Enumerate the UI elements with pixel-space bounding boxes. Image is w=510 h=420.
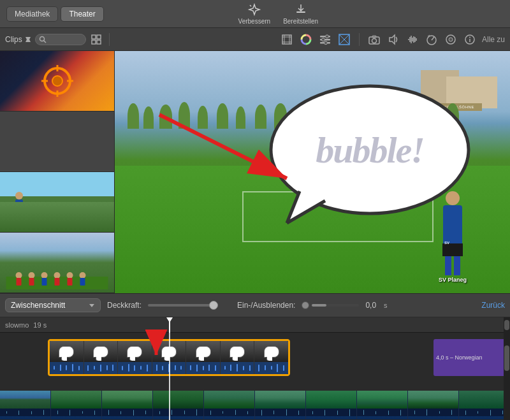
w16 — [156, 365, 157, 371]
audio-wave-5 — [186, 363, 220, 372]
svg-rect-7 — [92, 35, 96, 39]
bw16 — [196, 409, 197, 416]
fade-slider-dot — [302, 301, 309, 309]
bw28 — [349, 409, 350, 416]
tree-5 — [198, 106, 208, 129]
grid-view-button[interactable] — [90, 33, 103, 46]
w35 — [283, 365, 284, 371]
bw4 — [43, 410, 44, 415]
crop-button[interactable] — [280, 33, 294, 47]
svg-point-67 — [80, 272, 86, 279]
bw19 — [235, 410, 236, 415]
bw9 — [108, 410, 109, 415]
w14 — [140, 366, 142, 370]
svg-rect-52 — [15, 199, 23, 211]
svg-rect-10 — [97, 40, 101, 44]
w31 — [258, 365, 259, 372]
circle-button[interactable] — [444, 33, 458, 47]
audio-wave-6 — [221, 363, 254, 372]
bw39 — [490, 410, 491, 416]
tab-theater[interactable]: Theater — [61, 6, 103, 22]
clip-1-visual — [38, 62, 76, 100]
trim-button[interactable] — [337, 33, 351, 47]
camera-icon — [368, 34, 380, 45]
bw12 — [145, 410, 146, 414]
waveform-button[interactable] — [405, 33, 419, 47]
svg-rect-66 — [68, 278, 73, 286]
clip-frame-6 — [221, 341, 255, 374]
svg-line-6 — [43, 40, 46, 43]
bw18 — [222, 411, 223, 414]
scrollbar-thumb[interactable] — [504, 345, 509, 371]
clip-frame-thumb-5 — [186, 341, 220, 362]
clip-thumbnail-4[interactable] — [0, 233, 114, 293]
chevron-down-icon — [89, 302, 95, 308]
video-preview: KIESELŚÓHNE — [115, 51, 510, 293]
svg-rect-1 — [296, 11, 305, 13]
clip-audio-bar-3 — [118, 362, 152, 374]
audio-button[interactable] — [386, 33, 400, 47]
norwegian-clip[interactable]: 4,0 s – Norwegian — [433, 339, 510, 376]
svg-point-44 — [469, 36, 470, 38]
svg-rect-53 — [14, 205, 18, 214]
speech-icon-5 — [196, 346, 211, 358]
adjustments-button[interactable] — [318, 33, 332, 47]
speech-icon-2 — [93, 346, 108, 358]
bottom-frame-3 — [102, 391, 153, 419]
svg-marker-76 — [89, 304, 94, 307]
verbessern-action[interactable]: Verbessern — [238, 3, 271, 25]
info-button[interactable] — [463, 33, 477, 47]
w28 — [237, 364, 238, 372]
bw7 — [82, 411, 83, 414]
timeline-scrollbar[interactable] — [504, 333, 510, 420]
player-leg-right — [454, 256, 460, 275]
clip-thumbnail-1[interactable] — [0, 51, 114, 112]
speech-icon-6 — [229, 346, 245, 358]
clip-frame-1 — [50, 341, 84, 374]
fade-value: 0,0 — [365, 301, 376, 310]
svg-rect-54 — [20, 205, 24, 214]
w23 — [203, 366, 204, 370]
sort-icon[interactable] — [25, 36, 31, 43]
bottom-frame-thumb-10 — [459, 391, 509, 409]
fade-label: Ein-/Ausblenden: — [237, 301, 295, 310]
player-small-icon: 10 — [6, 191, 32, 222]
bereitstellen-icon — [294, 3, 308, 17]
w8 — [100, 365, 101, 372]
scrollbar-thumb-top[interactable] — [504, 320, 509, 330]
tab-mediathek[interactable]: Mediathek — [6, 6, 58, 22]
bereitstellen-action[interactable]: Bereitstellen — [283, 3, 318, 25]
secondary-toolbar: Clips — [0, 28, 510, 51]
player-shorts — [442, 243, 463, 256]
zuruck-button[interactable]: Zurück — [481, 301, 505, 310]
bw38 — [477, 411, 478, 414]
speed-button[interactable] — [425, 33, 439, 47]
svg-point-61 — [41, 272, 48, 279]
circle-icon — [445, 34, 456, 45]
color-button[interactable] — [299, 33, 313, 47]
w9 — [106, 365, 108, 370]
tab-group: Mediathek Theater — [6, 6, 104, 22]
fade-slider-container[interactable] — [302, 301, 359, 309]
fade-slider[interactable] — [312, 304, 359, 307]
svg-point-57 — [16, 272, 22, 279]
clip-thumbnail-3[interactable]: 10 — [0, 172, 114, 233]
opacity-slider-container[interactable] — [148, 304, 218, 307]
color-icon — [300, 34, 312, 45]
bottom-wave-2 — [51, 409, 101, 416]
trim-icon — [339, 34, 350, 45]
opacity-slider[interactable] — [148, 304, 218, 307]
camera-button[interactable] — [367, 33, 381, 47]
w13 — [134, 365, 135, 371]
clips-text: Clips — [5, 35, 22, 44]
transition-select[interactable]: Zwischenschnitt — [5, 298, 101, 312]
adjustments-icon — [319, 34, 331, 45]
transition-name: Zwischenschnitt — [11, 301, 65, 310]
w34 — [277, 364, 278, 372]
clip-thumbnail-2[interactable] — [0, 112, 114, 172]
bottom-frame-thumb-5 — [204, 391, 254, 409]
bw32 — [400, 410, 401, 416]
speech-icon-3 — [127, 346, 142, 358]
main-content: 10 — [0, 51, 510, 293]
clip-frame-7 — [254, 341, 288, 374]
